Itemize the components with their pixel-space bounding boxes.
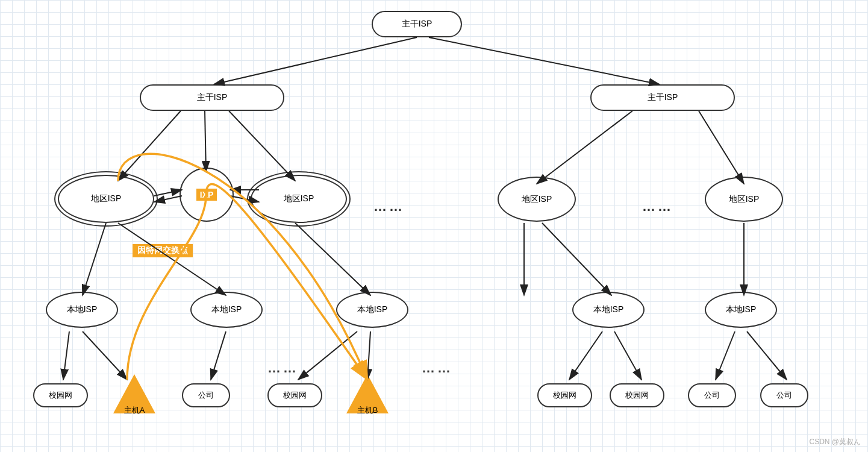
dots-1: …… [373,199,405,215]
dots-3: …… [267,360,299,376]
campus-2: 校园网 [267,383,322,407]
dots-4: …… [422,360,453,376]
local-isp-3: 本地ISP [336,292,408,328]
trunk-isp-left: 主干ISP [140,84,284,111]
company-1: 公司 [182,383,230,407]
region-isp-4: 地区ISP [705,177,783,222]
local-isp-1: 本地ISP [46,292,118,328]
host-a: 主机A [113,372,155,415]
local-isp-5: 本地ISP [705,292,777,328]
trunk-isp-top: 主干ISP [372,11,462,37]
company-3: 公司 [760,383,808,407]
region-isp-3: 地区ISP [498,177,576,222]
host-a-label: 主机A [124,405,145,416]
region-isp-2: 地区ISP [251,175,347,223]
diagram: 主干ISP 主干ISP 主干ISP 地区ISP IXP 地区ISP 因特网交换点… [0,0,868,452]
local-isp-4: 本地ISP [572,292,645,328]
campus-3: 校园网 [537,383,592,407]
campus-4: 校园网 [610,383,664,407]
company-2: 公司 [688,383,736,407]
campus-1: 校园网 [33,383,88,407]
ixp-internet-exchange-label: 因特网交换点 [133,244,193,257]
host-b-label: 主机B [357,405,378,416]
trunk-isp-right: 主干ISP [590,84,735,111]
region-isp-1: 地区ISP [58,175,154,223]
ixp-node: IXP [180,168,234,222]
watermark: CSDN @莫叔ん [809,437,861,447]
host-b: 主机B [346,372,389,415]
local-isp-2: 本地ISP [190,292,263,328]
dots-2: …… [642,199,673,215]
ixp-label: IXP [196,189,217,201]
